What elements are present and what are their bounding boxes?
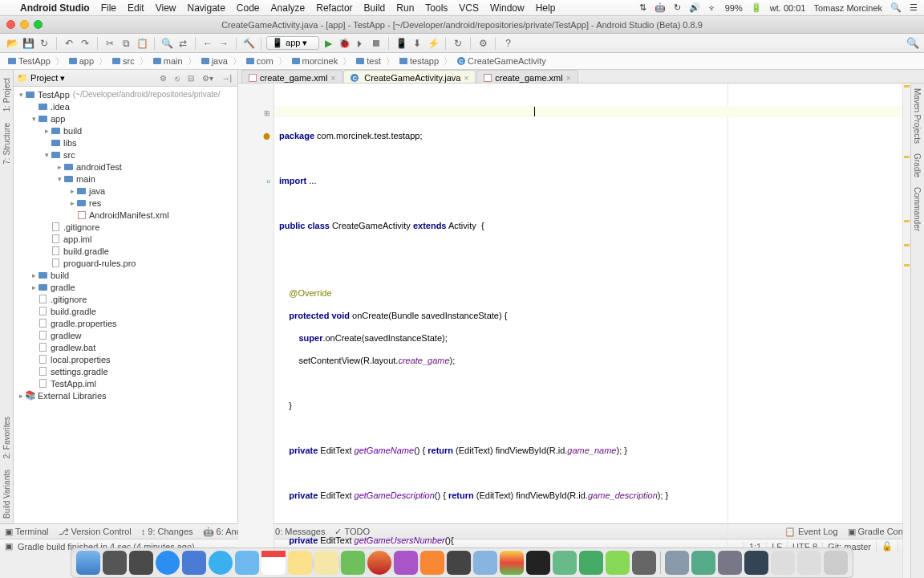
find-icon[interactable]: 🔍	[160, 36, 174, 51]
dock-chrome-icon[interactable]	[500, 551, 524, 575]
tab-terminal[interactable]: ▣ Terminal	[5, 527, 49, 537]
run-button[interactable]: ▶	[321, 36, 335, 51]
dock-itunes-icon[interactable]	[367, 551, 391, 575]
notification-center-icon[interactable]: ☰	[910, 2, 918, 13]
tab-maven[interactable]: Maven Projects	[911, 83, 923, 149]
tree-row[interactable]: build.gradle	[14, 305, 237, 317]
menu-help[interactable]: Help	[530, 2, 561, 14]
tree-row[interactable]: ▸java	[14, 185, 237, 197]
project-settings-icon[interactable]: ⚙	[157, 74, 169, 83]
breadcrumb-item[interactable]: com	[243, 56, 277, 66]
wifi-icon[interactable]: ᯤ	[708, 3, 717, 13]
tab-changes[interactable]: ↕ 9: Changes	[141, 527, 193, 536]
redo-icon[interactable]: ↷	[78, 36, 92, 51]
spotlight-icon[interactable]: 🔍	[890, 2, 902, 13]
volume-icon[interactable]: 🔊	[689, 2, 700, 13]
tree-row[interactable]: local.properties	[14, 353, 237, 365]
window-minimize-button[interactable]	[20, 20, 29, 29]
breadcrumb-item[interactable]: TestApp	[5, 56, 54, 66]
tree-row[interactable]: .gitignore	[14, 221, 237, 233]
stop-button[interactable]	[369, 36, 383, 51]
menu-tools[interactable]: Tools	[419, 2, 453, 14]
warning-marker[interactable]	[904, 220, 910, 222]
clock-time[interactable]: wt. 00:01	[770, 3, 806, 13]
menu-refactor[interactable]: Refactor	[310, 2, 358, 14]
tree-row[interactable]: AndroidManifest.xml	[14, 209, 237, 221]
forward-icon[interactable]: →	[217, 36, 231, 51]
tab-close-icon[interactable]: ×	[330, 74, 335, 83]
breadcrumb-item[interactable]: main	[150, 56, 186, 66]
fold-import-icon[interactable]: ⊞	[264, 109, 270, 117]
dock-finder-icon[interactable]	[76, 551, 100, 575]
replace-icon[interactable]: ⇄	[176, 36, 190, 51]
tree-row[interactable]: ▸androidTest	[14, 161, 237, 173]
dropbox-icon[interactable]: ⇅	[639, 2, 646, 13]
project-tree[interactable]: ▾TestApp(~/Developer/android/repositorie…	[14, 87, 237, 523]
tree-row[interactable]: ▾main	[14, 173, 237, 185]
tree-row[interactable]: .gitignore	[14, 293, 237, 305]
scroll-from-source-icon[interactable]: ⎋	[172, 74, 182, 83]
dock-contacts-icon[interactable]	[235, 551, 259, 575]
dock-terminal-icon[interactable]	[526, 551, 550, 575]
dock-androidstudio-icon[interactable]	[606, 551, 630, 575]
dock-generic7-icon[interactable]	[718, 551, 742, 575]
dock-calendar-icon[interactable]	[261, 551, 286, 575]
tab-build-variants[interactable]: Build Variants	[2, 465, 12, 523]
tree-row[interactable]: proguard-rules.pro	[14, 257, 237, 269]
dock-launchpad-icon[interactable]	[103, 551, 127, 575]
window-zoom-button[interactable]	[34, 20, 43, 29]
breadcrumb-item[interactable]: CCreateGameActivity	[454, 56, 549, 66]
copy-icon[interactable]: ⧉	[119, 36, 133, 51]
undo-icon[interactable]: ↶	[62, 36, 76, 51]
hide-icon[interactable]: →|	[219, 74, 234, 83]
sdk-manager-icon[interactable]: ⬇	[410, 36, 424, 51]
dock-folder-icon[interactable]	[771, 551, 795, 575]
breadcrumb-item[interactable]: java	[198, 56, 231, 66]
warning-marker[interactable]	[904, 244, 910, 246]
sync-gradle-icon[interactable]: ↻	[451, 36, 465, 51]
dock-generic6-icon[interactable]	[691, 551, 715, 575]
tree-row[interactable]: app.iml	[14, 233, 237, 245]
dock-appstore-icon[interactable]	[156, 551, 180, 575]
override-gutter-icon[interactable]: o	[267, 177, 270, 185]
editor-tab[interactable]: C CreateGameActivity.java ×	[343, 70, 476, 83]
tab-project[interactable]: 1: Project	[2, 73, 12, 116]
tab-favorites[interactable]: 2: Favorites	[2, 412, 12, 463]
attach-debugger-icon[interactable]: ⏵	[353, 36, 367, 51]
ddms-icon[interactable]: ⚡	[426, 36, 440, 51]
tab-gradle[interactable]: Gradle	[911, 149, 923, 182]
dock-mail-icon[interactable]	[182, 551, 206, 575]
user-name[interactable]: Tomasz Morcinek	[813, 3, 882, 13]
warning-marker[interactable]	[904, 85, 910, 88]
dock-trash-icon[interactable]	[824, 551, 848, 575]
breadcrumb-item[interactable]: morcinek	[289, 56, 342, 66]
tree-row[interactable]: ▸res	[14, 197, 237, 209]
code-editor[interactable]: package com.morcinek.test.testapp; impor…	[274, 83, 902, 578]
dock-reminders-icon[interactable]	[314, 551, 338, 575]
sync-icon[interactable]: ↻	[674, 2, 681, 13]
menu-navigate[interactable]: Navigate	[181, 2, 230, 14]
tree-row[interactable]: build.gradle	[14, 245, 237, 257]
menu-file[interactable]: File	[95, 2, 122, 14]
tree-row[interactable]: ▸gradle	[14, 281, 237, 293]
settings2-icon[interactable]: ⚙▾	[200, 74, 216, 83]
window-close-button[interactable]	[6, 20, 15, 29]
tree-row[interactable]: settings.gradle	[14, 365, 237, 377]
dock-generic3-icon[interactable]	[579, 551, 603, 575]
dock-ibooks-icon[interactable]	[420, 551, 444, 575]
paste-icon[interactable]: 📋	[135, 36, 149, 51]
dock-photobooth-icon[interactable]	[394, 551, 418, 575]
tree-row[interactable]: gradlew.bat	[14, 341, 237, 353]
dock-generic5-icon[interactable]	[665, 551, 689, 575]
dock-safari-icon[interactable]	[209, 551, 233, 575]
tree-row[interactable]: .idea	[14, 100, 237, 112]
tree-row[interactable]: ▾TestApp(~/Developer/android/repositorie…	[14, 88, 237, 100]
menu-run[interactable]: Run	[391, 2, 419, 14]
help-icon[interactable]: ?	[500, 36, 515, 51]
avd-manager-icon[interactable]: 📱	[394, 36, 408, 51]
tab-close-icon[interactable]: ×	[464, 74, 468, 83]
dock-generic4-icon[interactable]	[632, 551, 656, 575]
editor-tab[interactable]: create_game.xml ×	[476, 70, 578, 83]
breadcrumb-item[interactable]: src	[109, 56, 138, 66]
dock-generic2-icon[interactable]	[553, 551, 577, 575]
